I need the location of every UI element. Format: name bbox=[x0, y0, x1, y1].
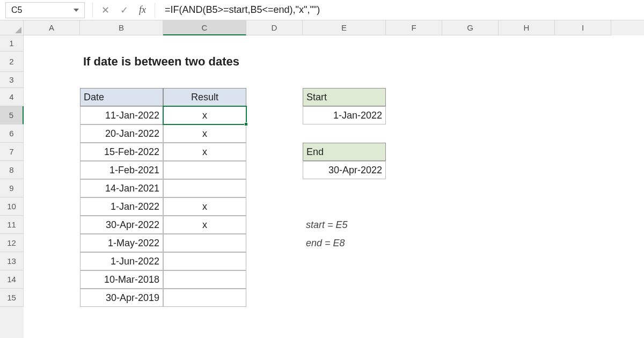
column-header-G[interactable]: G bbox=[442, 20, 499, 35]
page-title: If date is between two dates bbox=[80, 52, 303, 72]
table-cell-date-9[interactable]: 1-Jun-2022 bbox=[80, 252, 163, 270]
row-header-1[interactable]: 1 bbox=[0, 35, 24, 52]
table-cell-result-5[interactable] bbox=[163, 179, 246, 197]
table-cell-date-10[interactable]: 10-Mar-2018 bbox=[80, 270, 163, 289]
column-header-D[interactable]: D bbox=[246, 20, 303, 35]
table-cell-result-10[interactable] bbox=[163, 270, 246, 289]
note-start: start = E5 bbox=[303, 216, 429, 234]
separator bbox=[92, 3, 93, 18]
row-header-12[interactable]: 12 bbox=[0, 234, 24, 252]
column-header-I[interactable]: I bbox=[555, 20, 611, 35]
row-header-5[interactable]: 5 bbox=[0, 106, 24, 124]
spreadsheet-grid: ABCDEFGHI 123456789101112131415 If date … bbox=[0, 20, 644, 338]
row-header-9[interactable]: 9 bbox=[0, 179, 24, 197]
row-header-6[interactable]: 6 bbox=[0, 124, 24, 143]
row-header-15[interactable]: 15 bbox=[0, 289, 24, 307]
select-all-corner[interactable] bbox=[0, 20, 24, 35]
table-cell-date-2[interactable]: 20-Jan-2022 bbox=[80, 124, 163, 143]
table-cell-result-2[interactable]: x bbox=[163, 124, 246, 143]
start-value-cell[interactable]: 1-Jan-2022 bbox=[303, 106, 386, 124]
row-headers: 123456789101112131415 bbox=[0, 35, 24, 338]
row-header-8[interactable]: 8 bbox=[0, 161, 24, 179]
name-box[interactable]: C5 bbox=[5, 2, 85, 18]
cancel-formula-button[interactable]: ✕ bbox=[96, 4, 115, 16]
table-cell-result-6[interactable]: x bbox=[163, 197, 246, 216]
table-cell-result-1[interactable]: x bbox=[163, 106, 246, 124]
row-header-2[interactable]: 2 bbox=[0, 52, 24, 72]
note-end: end = E8 bbox=[303, 234, 429, 252]
chevron-down-icon[interactable] bbox=[74, 9, 79, 12]
table-header-result: Result bbox=[163, 88, 246, 106]
table-cell-result-9[interactable] bbox=[163, 252, 246, 270]
column-headers: ABCDEFGHI bbox=[24, 20, 644, 35]
column-header-C[interactable]: C bbox=[163, 20, 246, 35]
table-cell-result-8[interactable] bbox=[163, 234, 246, 252]
row-header-7[interactable]: 7 bbox=[0, 143, 24, 161]
formula-input[interactable]: =IF(AND(B5>=start,B5<=end),"x","") bbox=[158, 0, 644, 20]
table-cell-result-4[interactable] bbox=[163, 161, 246, 179]
table-cell-date-3[interactable]: 15-Feb-2022 bbox=[80, 143, 163, 161]
cells-area[interactable]: If date is between two datesDateResult11… bbox=[24, 35, 644, 338]
table-cell-result-7[interactable]: x bbox=[163, 216, 246, 234]
row-header-11[interactable]: 11 bbox=[0, 216, 24, 234]
formula-text: =IF(AND(B5>=start,B5<=end),"x","") bbox=[165, 4, 320, 16]
column-header-A[interactable]: A bbox=[24, 20, 80, 35]
table-cell-date-6[interactable]: 1-Jan-2022 bbox=[80, 197, 163, 216]
separator bbox=[155, 3, 155, 18]
table-cell-date-4[interactable]: 1-Feb-2021 bbox=[80, 161, 163, 179]
table-cell-result-3[interactable]: x bbox=[163, 143, 246, 161]
table-cell-date-8[interactable]: 1-May-2022 bbox=[80, 234, 163, 252]
column-header-H[interactable]: H bbox=[499, 20, 555, 35]
column-header-E[interactable]: E bbox=[303, 20, 386, 35]
accept-formula-button[interactable]: ✓ bbox=[115, 4, 134, 16]
start-label: Start bbox=[303, 88, 386, 106]
table-cell-date-7[interactable]: 30-Apr-2022 bbox=[80, 216, 163, 234]
row-header-4[interactable]: 4 bbox=[0, 88, 24, 106]
fx-icon[interactable]: fx bbox=[134, 4, 151, 16]
row-header-10[interactable]: 10 bbox=[0, 197, 24, 216]
table-header-date: Date bbox=[80, 88, 163, 106]
table-cell-result-11[interactable] bbox=[163, 289, 246, 307]
row-header-14[interactable]: 14 bbox=[0, 270, 24, 289]
table-cell-date-1[interactable]: 11-Jan-2022 bbox=[80, 106, 163, 124]
end-label: End bbox=[303, 143, 386, 161]
row-header-3[interactable]: 3 bbox=[0, 72, 24, 88]
name-box-value: C5 bbox=[11, 5, 22, 15]
end-value-cell[interactable]: 30-Apr-2022 bbox=[303, 161, 386, 179]
row-header-13[interactable]: 13 bbox=[0, 252, 24, 270]
formula-bar: C5 ✕ ✓ fx =IF(AND(B5>=start,B5<=end),"x"… bbox=[0, 0, 644, 20]
table-cell-date-11[interactable]: 30-Apr-2019 bbox=[80, 289, 163, 307]
table-cell-date-5[interactable]: 14-Jan-2021 bbox=[80, 179, 163, 197]
column-header-B[interactable]: B bbox=[80, 20, 163, 35]
column-header-F[interactable]: F bbox=[386, 20, 442, 35]
